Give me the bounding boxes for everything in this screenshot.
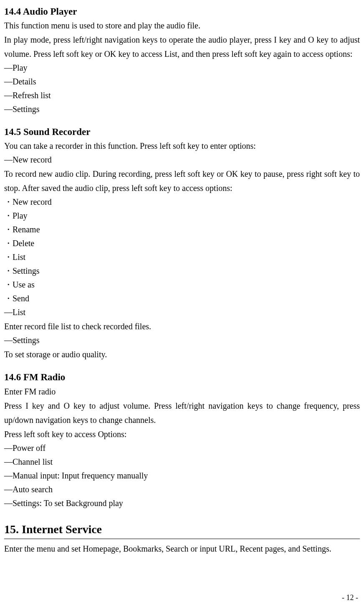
dot-item-list: List <box>4 250 360 264</box>
paragraph-14-6-1: Enter FM radio <box>4 384 360 399</box>
list-label: Settings <box>13 336 39 345</box>
list-item-14-6-settings: Settings: To set Background play <box>4 496 360 510</box>
dot-item-use-as: Use as <box>4 278 360 292</box>
list-label: Details <box>13 77 36 86</box>
paragraph-14-5-4: To set storage or audio quality. <box>4 347 360 361</box>
list-item-14-6-power-off: Power off <box>4 441 360 455</box>
list-label: Settings: To set Background play <box>13 499 123 508</box>
list-label: Delete <box>13 239 34 248</box>
list-label: Power off <box>13 443 46 453</box>
paragraph-14-4-1: This function menu is used to store and … <box>4 18 360 33</box>
paragraph-14-5-3: Enter record file list to check recorded… <box>4 319 360 333</box>
list-label: Settings <box>13 104 39 114</box>
list-label: Send <box>13 294 29 303</box>
divider <box>4 539 360 539</box>
list-item-14-4-details: Details <box>4 75 360 89</box>
heading-14-6: 14.6 FM Radio <box>4 371 360 384</box>
list-item-14-5-list: List <box>4 305 360 319</box>
dot-item-rename: Rename <box>4 223 360 237</box>
heading-14-4: 14.4 Audio Player <box>4 5 360 18</box>
list-label: Manual input: Input frequency manually <box>13 471 148 480</box>
dot-item-play: Play <box>4 209 360 223</box>
list-label: New record <box>13 197 52 206</box>
paragraph-15-1: Enter the menu and set Homepage, Bookmar… <box>4 542 360 556</box>
paragraph-14-4-2: In play mode, press left/right navigatio… <box>4 33 360 61</box>
list-label: Play <box>13 63 28 72</box>
list-label: Refresh list <box>13 91 51 100</box>
list-item-14-5-new-record: New record <box>4 153 360 167</box>
paragraph-14-5-1: You can take a recorder in this function… <box>4 139 360 153</box>
list-label: List <box>13 252 25 262</box>
page-number: - 12 - <box>342 593 358 602</box>
list-label: Rename <box>13 225 40 234</box>
dot-item-send: Send <box>4 292 360 305</box>
list-item-14-6-manual-input: Manual input: Input frequency manually <box>4 469 360 483</box>
dot-item-new-record: New record <box>4 195 360 209</box>
list-item-14-5-settings: Settings <box>4 333 360 347</box>
list-label: Channel list <box>13 457 53 466</box>
list-item-14-4-settings: Settings <box>4 102 360 116</box>
list-item-14-4-refresh: Refresh list <box>4 89 360 102</box>
list-label: Auto search <box>13 485 53 494</box>
dot-item-settings: Settings <box>4 264 360 278</box>
list-item-14-6-channel-list: Channel list <box>4 455 360 469</box>
list-label: Settings <box>13 266 39 275</box>
paragraph-14-5-2: To record new audio clip. During recordi… <box>4 167 360 195</box>
list-label: List <box>13 308 25 317</box>
list-label: New record <box>13 155 52 164</box>
list-item-14-6-auto-search: Auto search <box>4 483 360 496</box>
list-label: Play <box>13 211 28 220</box>
list-item-14-4-play: Play <box>4 61 360 75</box>
paragraph-14-6-2: Press I key and O key to adjust volume. … <box>4 399 360 427</box>
dot-item-delete: Delete <box>4 237 360 250</box>
heading-14-5: 14.5 Sound Recorder <box>4 125 360 139</box>
list-label: Use as <box>13 280 35 289</box>
heading-15: 15. Internet Service <box>4 523 360 536</box>
paragraph-14-6-3: Press left soft key to access Options: <box>4 427 360 441</box>
